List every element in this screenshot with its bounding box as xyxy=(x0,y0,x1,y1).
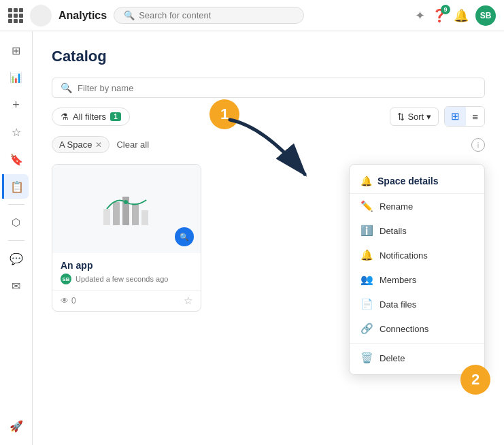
sidebar-separator xyxy=(8,204,24,205)
rename-icon: ✏️ xyxy=(360,200,373,212)
filter-by-name-input[interactable] xyxy=(78,83,476,93)
card-thumb-chart xyxy=(102,190,151,228)
context-menu-item-notifications[interactable]: 🔔 Notifications xyxy=(350,243,484,267)
svg-point-5 xyxy=(124,200,128,204)
connections-icon: 🔗 xyxy=(360,323,373,335)
clear-all-button[interactable]: Clear all xyxy=(116,139,149,150)
filter-count-badge: 1 xyxy=(110,112,121,121)
connections-label: Connections xyxy=(380,324,429,334)
plus-icon: + xyxy=(12,98,20,112)
all-filters-button[interactable]: ⚗ All filters 1 xyxy=(52,108,130,126)
mail-icon: ✉ xyxy=(12,280,20,293)
bookmark-icon: 🔖 xyxy=(10,153,23,166)
grid-view-button[interactable]: ⊞ xyxy=(445,107,466,126)
svg-rect-0 xyxy=(103,209,110,225)
context-menu-item-connections[interactable]: 🔗 Connections xyxy=(350,316,484,341)
data-files-icon: 📄 xyxy=(360,298,373,310)
data-files-label: Data files xyxy=(380,299,416,310)
list-view-button[interactable]: ≡ xyxy=(466,107,484,126)
user-avatar[interactable]: SB xyxy=(475,5,496,26)
view-toggle: ⊞ ≡ xyxy=(444,106,485,127)
filter-funnel-icon: ⚗ xyxy=(61,112,69,122)
card-meta-text: Updated a few seconds ago xyxy=(75,275,168,283)
context-menu-title: Space details xyxy=(377,176,439,186)
card-thumbnail: 🔍 xyxy=(52,165,201,253)
app-title: Analytics xyxy=(58,10,107,22)
sidebar-item-mail[interactable]: ✉ xyxy=(4,274,29,298)
sidebar-item-favorites[interactable]: ☆ xyxy=(4,120,29,144)
details-label: Details xyxy=(380,226,407,236)
sparkle-icon[interactable]: ✦ xyxy=(415,8,425,23)
sidebar-item-bookmarks[interactable]: 🔖 xyxy=(4,147,29,171)
context-menu: 🔔 Space details ✏️ Rename ℹ️ Details 🔔 N… xyxy=(349,164,485,375)
context-menu-separator xyxy=(350,343,484,344)
svg-rect-3 xyxy=(132,203,139,225)
sidebar: ⊞ 📊 + ☆ 🔖 📋 ⬡ 💬 ✉ 🚀 xyxy=(0,31,33,445)
help-badge: 9 xyxy=(441,5,450,14)
tag-chip-remove-icon[interactable]: ✕ xyxy=(95,140,102,150)
search-bar[interactable]: 🔍 xyxy=(114,7,304,24)
connections-icon: ⬡ xyxy=(12,216,20,229)
card-badge: 🔍 xyxy=(175,227,194,246)
members-label: Members xyxy=(380,275,416,285)
all-filters-label: All filters xyxy=(73,112,106,122)
sidebar-item-dashboard[interactable]: 📊 xyxy=(4,65,29,90)
notifications-bell-icon[interactable]: 🔔 xyxy=(454,8,469,23)
card-views: 👁 0 xyxy=(61,296,76,306)
card-star-button[interactable]: ☆ xyxy=(184,295,192,307)
card-meta-avatar: SB xyxy=(61,274,71,284)
card-title: An app xyxy=(61,260,192,271)
rename-label: Rename xyxy=(380,201,413,212)
sidebar-item-chat[interactable]: 💬 xyxy=(4,246,29,271)
info-icon[interactable]: i xyxy=(471,138,485,152)
sidebar-separator-2 xyxy=(8,240,24,241)
card-body: An app SB Updated a few seconds ago xyxy=(52,253,201,290)
context-menu-item-rename[interactable]: ✏️ Rename xyxy=(350,194,484,218)
sidebar-item-grid[interactable]: ⊞ xyxy=(4,38,29,63)
layout: ⊞ 📊 + ☆ 🔖 📋 ⬡ 💬 ✉ 🚀 Ca xyxy=(0,31,504,445)
sidebar-item-connections[interactable]: ⬡ xyxy=(4,210,29,235)
svg-rect-1 xyxy=(113,202,120,225)
svg-rect-4 xyxy=(141,210,148,225)
views-count: 0 xyxy=(71,296,76,306)
star-icon: ☆ xyxy=(12,126,21,139)
tag-chip-label: A Space xyxy=(59,139,92,150)
card-meta: SB Updated a few seconds ago xyxy=(61,274,192,284)
card-footer: 👁 0 ☆ xyxy=(52,290,201,311)
search-icon: 🔍 xyxy=(124,10,135,20)
details-icon: ℹ️ xyxy=(360,225,373,237)
rocket-icon: 🚀 xyxy=(10,420,23,433)
dashboard-icon: 📊 xyxy=(10,71,22,84)
delete-icon: 🗑️ xyxy=(360,352,373,364)
sort-label: Sort xyxy=(407,112,424,122)
sort-chevron-icon: ▾ xyxy=(426,112,431,122)
context-menu-header: 🔔 Space details xyxy=(350,169,484,194)
delete-label: Delete xyxy=(380,353,405,363)
card-an-app[interactable]: 🔍 An app SB Updated a few seconds ago 👁 … xyxy=(52,164,201,312)
filter-search-icon: 🔍 xyxy=(61,82,72,93)
sidebar-item-catalog[interactable]: 📋 xyxy=(2,174,29,199)
context-menu-item-details[interactable]: ℹ️ Details xyxy=(350,218,484,243)
sort-icon: ⇅ xyxy=(397,112,405,122)
help-button[interactable]: ❓ 9 xyxy=(432,8,447,23)
grid-menu-icon[interactable] xyxy=(8,8,23,23)
sort-button[interactable]: ⇅ Sort ▾ xyxy=(390,108,439,126)
tag-chip-space[interactable]: A Space ✕ xyxy=(52,136,110,153)
notifications-label: Notifications xyxy=(380,250,428,261)
topnav-actions: ✦ ❓ 9 🔔 SB xyxy=(415,5,496,26)
sidebar-item-add[interactable]: + xyxy=(4,93,29,117)
filter-by-name-bar[interactable]: 🔍 xyxy=(52,78,485,98)
members-icon: 👥 xyxy=(360,274,373,286)
sidebar-item-launch[interactable]: 🚀 xyxy=(4,414,29,438)
tags-row: A Space ✕ Clear all i xyxy=(52,136,485,153)
context-menu-item-data-files[interactable]: 📄 Data files xyxy=(350,292,484,316)
grid-icon: ⊞ xyxy=(12,44,20,57)
app-logo xyxy=(30,5,52,27)
catalog-icon: 📋 xyxy=(10,180,24,193)
main-content: Catalog 🔍 ⚗ All filters 1 ⇅ Sort ▾ ⊞ xyxy=(33,31,504,445)
context-menu-item-delete[interactable]: 🗑️ Delete xyxy=(350,346,484,370)
filter-row: ⚗ All filters 1 ⇅ Sort ▾ ⊞ ≡ xyxy=(52,106,485,127)
page-title: Catalog xyxy=(52,48,485,65)
context-menu-item-members[interactable]: 👥 Members xyxy=(350,267,484,292)
search-input[interactable] xyxy=(139,10,294,20)
